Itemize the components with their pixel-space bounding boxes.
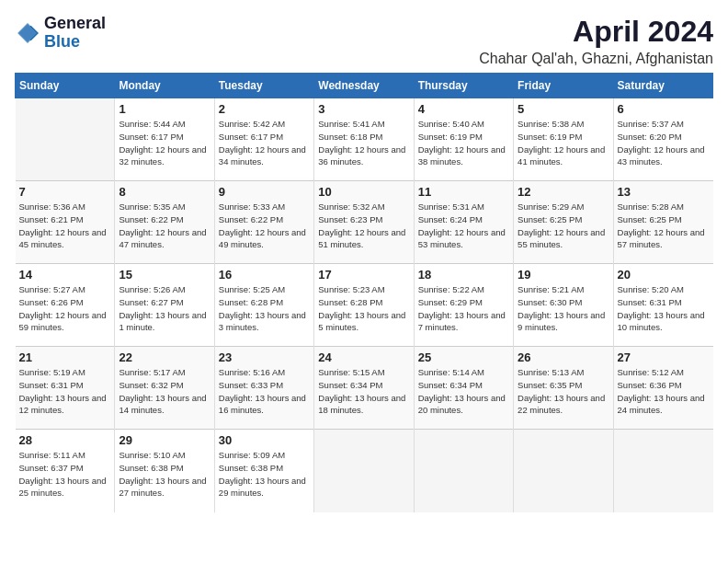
- day-number: 6: [618, 102, 710, 116]
- day-number: 3: [318, 102, 409, 116]
- day-number: 12: [518, 185, 609, 199]
- col-thursday: Thursday: [414, 74, 513, 98]
- day-info: Sunrise: 5:10 AMSunset: 6:38 PMDaylight:…: [119, 449, 210, 500]
- day-number: 13: [618, 185, 710, 199]
- day-number: 19: [518, 268, 609, 282]
- day-info: Sunrise: 5:42 AMSunset: 6:17 PMDaylight:…: [219, 118, 310, 168]
- day-info: Sunrise: 5:16 AMSunset: 6:33 PMDaylight:…: [219, 366, 310, 417]
- col-wednesday: Wednesday: [314, 74, 414, 98]
- calendar-header-row: Sunday Monday Tuesday Wednesday Thursday…: [16, 74, 713, 98]
- day-number: 7: [19, 185, 111, 199]
- day-info: Sunrise: 5:31 AMSunset: 6:24 PMDaylight:…: [418, 201, 509, 251]
- day-info: Sunrise: 5:41 AMSunset: 6:18 PMDaylight:…: [318, 118, 409, 168]
- day-cell: 21Sunrise: 5:19 AMSunset: 6:31 PMDayligh…: [16, 347, 115, 430]
- day-cell: 14Sunrise: 5:27 AMSunset: 6:26 PMDayligh…: [16, 264, 115, 347]
- day-number: 8: [119, 185, 210, 199]
- day-cell: 28Sunrise: 5:11 AMSunset: 6:37 PMDayligh…: [16, 430, 115, 512]
- day-info: Sunrise: 5:14 AMSunset: 6:34 PMDaylight:…: [418, 366, 509, 417]
- calendar-week-row: 14Sunrise: 5:27 AMSunset: 6:26 PMDayligh…: [16, 264, 713, 347]
- day-info: Sunrise: 5:35 AMSunset: 6:22 PMDaylight:…: [119, 201, 210, 251]
- day-cell: 26Sunrise: 5:13 AMSunset: 6:35 PMDayligh…: [514, 347, 613, 430]
- calendar-week-row: 28Sunrise: 5:11 AMSunset: 6:37 PMDayligh…: [16, 430, 713, 512]
- day-cell: 8Sunrise: 5:35 AMSunset: 6:22 PMDaylight…: [115, 181, 214, 264]
- day-number: 21: [19, 350, 111, 364]
- logo-icon: [15, 20, 40, 46]
- day-number: 9: [219, 185, 310, 199]
- day-number: 20: [618, 268, 710, 282]
- day-cell: 24Sunrise: 5:15 AMSunset: 6:34 PMDayligh…: [314, 347, 414, 430]
- day-cell: 30Sunrise: 5:09 AMSunset: 6:38 PMDayligh…: [214, 430, 313, 512]
- day-info: Sunrise: 5:36 AMSunset: 6:21 PMDaylight:…: [19, 201, 111, 251]
- day-cell: [16, 98, 115, 181]
- day-info: Sunrise: 5:09 AMSunset: 6:38 PMDaylight:…: [219, 449, 310, 500]
- day-cell: 20Sunrise: 5:20 AMSunset: 6:31 PMDayligh…: [613, 264, 712, 347]
- day-info: Sunrise: 5:15 AMSunset: 6:34 PMDaylight:…: [318, 366, 409, 417]
- col-friday: Friday: [514, 74, 613, 98]
- day-cell: 10Sunrise: 5:32 AMSunset: 6:23 PMDayligh…: [314, 181, 414, 264]
- day-number: 24: [318, 350, 409, 364]
- month-title: April 2024: [479, 15, 713, 49]
- day-number: 23: [219, 350, 310, 364]
- day-info: Sunrise: 5:28 AMSunset: 6:25 PMDaylight:…: [618, 201, 710, 251]
- day-info: Sunrise: 5:37 AMSunset: 6:20 PMDaylight:…: [618, 118, 710, 168]
- calendar-week-row: 1Sunrise: 5:44 AMSunset: 6:17 PMDaylight…: [16, 98, 713, 181]
- day-number: 25: [418, 350, 509, 364]
- calendar-week-row: 7Sunrise: 5:36 AMSunset: 6:21 PMDaylight…: [16, 181, 713, 264]
- day-cell: 13Sunrise: 5:28 AMSunset: 6:25 PMDayligh…: [613, 181, 712, 264]
- day-cell: [414, 430, 513, 512]
- day-number: 1: [119, 102, 210, 116]
- day-cell: 12Sunrise: 5:29 AMSunset: 6:25 PMDayligh…: [514, 181, 613, 264]
- day-info: Sunrise: 5:44 AMSunset: 6:17 PMDaylight:…: [119, 118, 210, 168]
- day-number: 22: [119, 350, 210, 364]
- day-info: Sunrise: 5:25 AMSunset: 6:28 PMDaylight:…: [219, 283, 310, 334]
- day-number: 2: [219, 102, 310, 116]
- day-info: Sunrise: 5:26 AMSunset: 6:27 PMDaylight:…: [119, 283, 210, 334]
- day-number: 28: [19, 433, 111, 447]
- logo-general: General: [44, 14, 106, 32]
- day-cell: 6Sunrise: 5:37 AMSunset: 6:20 PMDaylight…: [613, 98, 712, 181]
- logo-text: General Blue: [44, 15, 106, 52]
- col-saturday: Saturday: [613, 74, 712, 98]
- day-number: 27: [618, 350, 710, 364]
- day-cell: 15Sunrise: 5:26 AMSunset: 6:27 PMDayligh…: [115, 264, 214, 347]
- day-cell: 5Sunrise: 5:38 AMSunset: 6:19 PMDaylight…: [514, 98, 613, 181]
- day-info: Sunrise: 5:32 AMSunset: 6:23 PMDaylight:…: [318, 201, 409, 251]
- day-cell: [314, 430, 414, 512]
- day-info: Sunrise: 5:23 AMSunset: 6:28 PMDaylight:…: [318, 283, 409, 334]
- day-cell: 2Sunrise: 5:42 AMSunset: 6:17 PMDaylight…: [214, 98, 313, 181]
- day-info: Sunrise: 5:12 AMSunset: 6:36 PMDaylight:…: [618, 366, 710, 417]
- day-cell: 9Sunrise: 5:33 AMSunset: 6:22 PMDaylight…: [214, 181, 313, 264]
- day-cell: [514, 430, 613, 512]
- day-number: 29: [119, 433, 210, 447]
- day-cell: 23Sunrise: 5:16 AMSunset: 6:33 PMDayligh…: [214, 347, 313, 430]
- day-cell: 25Sunrise: 5:14 AMSunset: 6:34 PMDayligh…: [414, 347, 513, 430]
- day-number: 17: [318, 268, 409, 282]
- day-cell: 11Sunrise: 5:31 AMSunset: 6:24 PMDayligh…: [414, 181, 513, 264]
- day-number: 10: [318, 185, 409, 199]
- day-info: Sunrise: 5:27 AMSunset: 6:26 PMDaylight:…: [19, 283, 111, 334]
- day-info: Sunrise: 5:40 AMSunset: 6:19 PMDaylight:…: [418, 118, 509, 168]
- title-block: April 2024 Chahar Qal'ah, Ghazni, Afghan…: [479, 15, 713, 67]
- day-info: Sunrise: 5:22 AMSunset: 6:29 PMDaylight:…: [418, 283, 509, 334]
- col-tuesday: Tuesday: [214, 74, 313, 98]
- col-monday: Monday: [115, 74, 214, 98]
- day-cell: 22Sunrise: 5:17 AMSunset: 6:32 PMDayligh…: [115, 347, 214, 430]
- day-cell: 27Sunrise: 5:12 AMSunset: 6:36 PMDayligh…: [613, 347, 712, 430]
- calendar-table: Sunday Monday Tuesday Wednesday Thursday…: [15, 73, 713, 512]
- day-cell: 17Sunrise: 5:23 AMSunset: 6:28 PMDayligh…: [314, 264, 414, 347]
- day-info: Sunrise: 5:21 AMSunset: 6:30 PMDaylight:…: [518, 283, 609, 334]
- day-number: 11: [418, 185, 509, 199]
- page-header: General Blue April 2024 Chahar Qal'ah, G…: [15, 15, 713, 67]
- day-info: Sunrise: 5:33 AMSunset: 6:22 PMDaylight:…: [219, 201, 310, 251]
- day-info: Sunrise: 5:11 AMSunset: 6:37 PMDaylight:…: [19, 449, 111, 500]
- day-number: 18: [418, 268, 509, 282]
- day-info: Sunrise: 5:19 AMSunset: 6:31 PMDaylight:…: [19, 366, 111, 417]
- day-cell: [613, 430, 712, 512]
- day-cell: 4Sunrise: 5:40 AMSunset: 6:19 PMDaylight…: [414, 98, 513, 181]
- day-number: 30: [219, 433, 310, 447]
- day-number: 16: [219, 268, 310, 282]
- day-number: 26: [518, 350, 609, 364]
- day-cell: 29Sunrise: 5:10 AMSunset: 6:38 PMDayligh…: [115, 430, 214, 512]
- day-info: Sunrise: 5:13 AMSunset: 6:35 PMDaylight:…: [518, 366, 609, 417]
- calendar-week-row: 21Sunrise: 5:19 AMSunset: 6:31 PMDayligh…: [16, 347, 713, 430]
